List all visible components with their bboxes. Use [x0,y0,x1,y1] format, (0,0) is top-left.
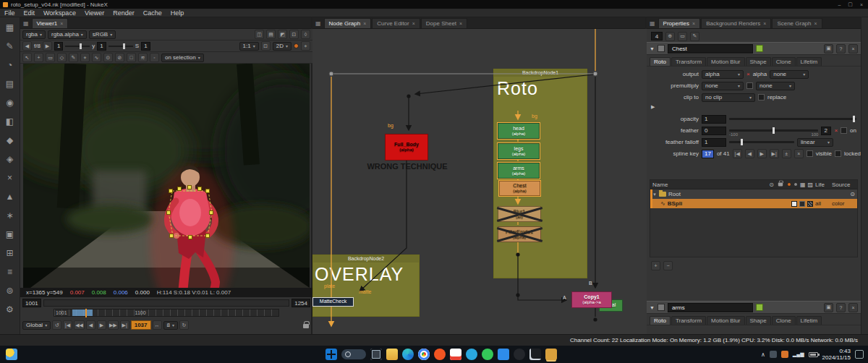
brave-icon[interactable] [434,349,446,360]
close-icon[interactable]: × [363,21,366,26]
node-mattecheck[interactable]: MatteCheck [312,297,354,307]
add-key-button[interactable]: ± [782,149,791,158]
network-icon[interactable]: ▂▄▆ [793,351,804,357]
next-keyframe-button[interactable]: ▶▶ [108,320,119,330]
menu-file[interactable]: File [0,9,20,17]
close-icon[interactable]: × [412,21,415,26]
tray-app-icon[interactable] [781,351,788,358]
timeline-ruler[interactable]: 1001 1100 [54,309,279,317]
whatsapp-icon[interactable] [482,349,493,360]
toolbar-transform-icon[interactable]: × [2,168,18,187]
select-tool-icon[interactable]: ↖ [22,53,32,62]
feather-tool-icon[interactable]: ⊙ [103,53,113,62]
goto-end-button[interactable]: ▶| [120,320,129,330]
feather-extra-field[interactable]: 2 [821,127,831,135]
node-color-chip[interactable] [658,304,665,311]
eye-icon[interactable]: ⊙ [769,182,774,188]
tab-shape[interactable]: Shape [746,316,771,325]
menu-help[interactable]: Help [166,9,189,17]
edge-icon[interactable] [402,349,414,360]
cusp-tool-icon[interactable]: □ [127,53,136,62]
chevron-down-icon[interactable]: ▼ [652,192,657,197]
close-icon[interactable]: × [814,21,817,26]
menu-render[interactable]: Render [109,9,139,17]
menu-cache[interactable]: Cache [139,9,166,17]
proxy-icon[interactable]: ◊ [301,30,310,39]
spline-tool-icon[interactable]: ∿ [92,53,101,62]
range-in-field[interactable]: 1001 [22,299,41,307]
opacity-slider[interactable] [729,118,856,120]
red-x-icon[interactable]: × [834,127,838,134]
first-key-button[interactable]: |◀ [733,149,742,158]
toolbar-views-icon[interactable]: ⊞ [2,244,18,262]
hatch-swatch[interactable] [807,201,813,207]
ripple-tool-icon[interactable]: ≋ [138,53,148,62]
saturation-field[interactable]: 1 [141,42,150,51]
red-x-icon[interactable]: × [746,71,750,77]
rect-tool-icon[interactable]: ▭ [46,53,55,62]
expander-icon[interactable]: ▶ [651,104,655,110]
zoom-dropdown[interactable]: 1:1▾ [239,42,259,51]
close-panel-icon[interactable]: × [848,44,858,54]
menu-workspace[interactable]: Workspace [39,9,80,17]
close-icon[interactable]: × [692,21,695,26]
pane-menu-icon[interactable]: ▦ [648,20,658,28]
smooth-tool-icon[interactable]: ⊘ [115,53,124,62]
toolbar-filter-icon[interactable]: ◧ [2,112,18,131]
node-legs[interactable]: legs(alpha) [498,143,540,159]
ellipse-tool-icon[interactable]: ◇ [57,53,67,62]
float-panel-icon[interactable]: ▣ [824,44,833,54]
tab-roto[interactable]: Roto [650,316,671,325]
wipe-icon[interactable]: ▤ [266,30,276,39]
github-icon[interactable] [514,349,525,360]
node-full-body[interactable]: Full_Body(alpha) [385,134,428,161]
pin-icon[interactable]: ⊕ [665,32,675,41]
toolbar-keyer-icon[interactable]: ◆ [2,131,18,150]
trash-icon[interactable]: ▭ [678,32,687,41]
collapse-icon[interactable]: ▼ [650,46,655,51]
toolbar-toolsets-icon[interactable]: ⊚ [2,281,18,300]
node-copy1[interactable]: Copy1(alpha->a [571,291,612,308]
viewer-canvas[interactable] [23,64,310,288]
eyedropper-icon[interactable]: ⌖ [301,41,310,51]
eye-icon[interactable]: ⊙ [850,191,855,197]
tab-viewer1[interactable]: Viewer1 × [32,18,69,28]
terminal-icon[interactable] [529,349,541,360]
clip-to-dropdown[interactable]: no clip▾ [702,93,755,102]
goto-start-button[interactable]: |◀ [63,320,72,330]
chest-panel-header[interactable]: ▼ Chest ▣ ? × [647,42,861,55]
gmail-icon[interactable] [450,349,461,360]
pen-tool-icon[interactable]: ✎ [69,53,78,62]
gamma-field[interactable]: 1 [97,42,106,51]
maximize-button[interactable]: ▢ [846,1,855,7]
frame-range-slider[interactable] [43,299,289,307]
gain-field[interactable]: 1 [54,42,63,51]
tab-dope-sheet[interactable]: Dope Sheet× [421,18,467,28]
falloff-field[interactable]: 1 [702,138,726,147]
tab-clone[interactable]: Clone [772,57,796,66]
node-chest[interactable]: Chest(alpha) [499,181,540,196]
tab-transform[interactable]: Transform [671,57,706,66]
last-key-button[interactable]: ▶| [770,149,779,158]
tab-roto[interactable]: Roto [650,57,671,66]
tab-motion-blur[interactable]: Motion Blur [707,316,744,325]
loop-back-icon[interactable]: ↺ [52,320,61,330]
help-icon[interactable]: ? [836,44,846,54]
toolbar-3d-icon[interactable]: ▲ [2,187,18,206]
output-dropdown[interactable]: alpha▾ [702,70,744,79]
toolbar-image-icon[interactable]: ▦ [2,18,18,37]
view-mode-dropdown[interactable]: 2D▾ [273,42,292,51]
delete-key-button[interactable]: × [794,149,804,158]
tab-shape[interactable]: Shape [746,57,771,66]
checker-icon[interactable]: ◩ [278,30,287,39]
tab-background-renders[interactable]: Background Renders× [701,18,771,28]
locked-checkbox[interactable] [835,150,841,157]
toolbar-color-icon[interactable]: ◉ [2,93,18,112]
lock-viewer-icon[interactable] [303,324,309,328]
pane-menu-icon[interactable]: ▦ [314,20,323,28]
gain-down-icon[interactable]: ◀ [22,41,32,51]
close-button[interactable]: × [858,2,865,7]
toolbar-deep-icon[interactable]: ▣ [2,225,18,244]
tab-node-graph[interactable]: Node Graph× [324,18,372,28]
notification-icon[interactable] [855,350,864,359]
